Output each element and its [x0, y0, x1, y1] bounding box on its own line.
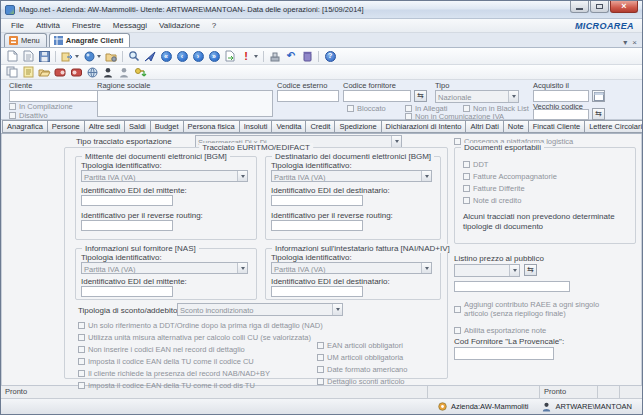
note-di-credito-checkbox[interactable]: Note di credito — [463, 196, 557, 205]
tab-persona-fisica[interactable]: Persona fisica — [183, 120, 240, 133]
tab-altre-sedi[interactable]: Altre sedi — [84, 120, 125, 133]
tab-credit[interactable]: Credit — [305, 120, 335, 133]
tab-vendita[interactable]: Vendita — [271, 120, 306, 133]
camera-red-icon[interactable] — [52, 65, 68, 79]
in-compilazione-checkbox[interactable]: In Compilazione — [9, 102, 73, 111]
user-gray-icon[interactable] — [116, 65, 132, 79]
opt-ean-tu-cu-checkbox[interactable]: Imposta il codice EAN della TU come il c… — [78, 357, 323, 366]
menu-help[interactable]: ? — [206, 21, 222, 30]
web-icon[interactable] — [84, 65, 100, 79]
listino-descrizione-input[interactable] — [454, 281, 570, 292]
send-icon[interactable] — [142, 49, 158, 63]
raee-checkbox[interactable]: Aggiungi contributo RAEE a ogni singolo … — [454, 300, 614, 318]
mittente-tipologia-select[interactable]: Partita IVA (VA) — [81, 170, 248, 182]
intestatario-edi-input[interactable] — [271, 286, 363, 297]
tab-close-button[interactable]: × — [632, 38, 637, 47]
camera-red2-icon[interactable] — [68, 65, 84, 79]
mittente-edi-input[interactable] — [81, 195, 173, 206]
user-dark-icon[interactable] — [100, 65, 116, 79]
opt-ean-obbligatori-checkbox[interactable]: EAN articoli obbligatori — [317, 341, 407, 350]
footer-utente[interactable]: ARTWARE\MANTOAN — [542, 402, 632, 412]
nav-first-icon[interactable]: « — [158, 49, 174, 63]
fatture-accompagnatorie-checkbox[interactable]: Fatture Accompagnatorie — [463, 172, 557, 181]
destinatario-tipologia-select[interactable]: Partita IVA (VA) — [271, 170, 432, 182]
tab-anagrafe-clienti[interactable]: Anagrafe Clienti — [49, 33, 131, 47]
save-icon[interactable] — [36, 49, 52, 63]
validate-icon[interactable]: ! — [238, 49, 254, 63]
tab-altri-dati[interactable]: Altri Dati — [465, 120, 503, 133]
ragione-sociale-input[interactable] — [97, 90, 273, 117]
listino-select[interactable] — [454, 264, 520, 277]
codice-fornitore-input[interactable] — [343, 90, 411, 102]
mittente-routing-input[interactable] — [81, 220, 173, 231]
goto-record-icon[interactable] — [222, 49, 238, 63]
open-folder-icon[interactable] — [36, 65, 52, 79]
new-from-template-icon[interactable] — [20, 49, 36, 63]
help-icon[interactable]: ? — [322, 49, 338, 63]
opt-dettaglio-sconti-checkbox[interactable]: Dettaglio sconti articolo — [317, 377, 407, 386]
bloccato-checkbox[interactable]: Bloccato — [347, 104, 386, 113]
abilita-esportazione-note-checkbox[interactable]: Abilita esportazione note — [454, 326, 546, 335]
non-comunicazione-iva-checkbox[interactable]: Non in Comunicazione IVA — [405, 112, 504, 121]
menu-validazione[interactable]: Validazione — [153, 21, 206, 30]
tab-menu[interactable]: Menu — [4, 33, 47, 47]
codice-fornitore-lookup-button[interactable]: ⇆ — [414, 90, 427, 102]
menu-file[interactable]: File — [5, 21, 30, 30]
destinatario-edi-input[interactable] — [271, 195, 363, 206]
tab-lettere-circolari[interactable]: Lettere Circolari — [584, 120, 643, 133]
tab-budget[interactable]: Budget — [150, 120, 184, 133]
disattivo-checkbox[interactable]: Disattivo — [9, 111, 48, 120]
fornitore-tipologia-select[interactable]: Partita IVA (VA) — [81, 262, 248, 274]
opt-ean-tu-coddis-checkbox[interactable]: Imposta il codice EAN della TU come il c… — [78, 381, 323, 390]
nav-last-icon[interactable]: » — [206, 49, 222, 63]
vecchio-codice-lookup-button[interactable]: ⇆ — [592, 108, 605, 120]
cod-fornitore-provencale-input[interactable] — [454, 347, 554, 360]
fatture-differite-checkbox[interactable]: Fatture Differite — [463, 184, 557, 193]
opt-um-alternativa-checkbox[interactable]: Utilizza unità misura alternativa per ca… — [78, 333, 323, 342]
fornitore-edi-input[interactable] — [81, 286, 173, 297]
tab-dichiarazioni[interactable]: Dichiarazioni di Intento — [381, 120, 467, 133]
export-icon[interactable] — [59, 49, 75, 63]
ddt-checkbox[interactable]: DDT — [463, 160, 557, 169]
opt-nab-nad-by-checkbox[interactable]: Il cliente richiede la presenza del reco… — [78, 369, 323, 378]
opt-um-obbligatoria-checkbox[interactable]: UM articoli obbligatoria — [317, 353, 407, 362]
search-data-icon[interactable] — [81, 49, 97, 63]
acquisito-il-input[interactable] — [533, 90, 589, 102]
tab-anagrafica[interactable]: Anagrafica — [2, 120, 48, 133]
intestatario-tipologia-select[interactable]: Partita IVA (VA) — [271, 262, 432, 274]
nav-next-icon[interactable]: › — [190, 49, 206, 63]
tab-insoluti[interactable]: Insoluti — [239, 120, 273, 133]
minimize-button[interactable] — [570, 1, 589, 13]
tipo-select[interactable]: Nazionale — [435, 90, 519, 103]
tab-note[interactable]: Note — [503, 120, 529, 133]
footer-azienda[interactable]: Azienda:AW-Mammoliti — [438, 402, 529, 411]
menu-attivita[interactable]: Attività — [30, 21, 66, 30]
tab-fincati-cliente[interactable]: Fincati Cliente — [528, 120, 586, 133]
tab-spedizione[interactable]: Spedizione — [334, 120, 381, 133]
copy-record-icon[interactable] — [4, 65, 20, 79]
print-icon[interactable] — [267, 49, 283, 63]
vecchio-codice-input[interactable] — [533, 109, 589, 120]
exit-key-icon[interactable] — [132, 65, 148, 79]
search-dropdown-icon[interactable] — [97, 55, 101, 58]
undo-icon[interactable]: ↶ — [283, 49, 299, 63]
opt-date-americano-checkbox[interactable]: Date formato americano — [317, 365, 407, 374]
new-document-icon[interactable] — [4, 49, 20, 63]
tab-persone[interactable]: Persone — [47, 120, 85, 133]
tab-list-dropdown[interactable]: ▾ — [623, 38, 627, 47]
validate-dropdown-icon[interactable] — [254, 55, 258, 58]
destinatario-routing-input[interactable] — [271, 220, 363, 231]
nav-prev-icon[interactable]: ‹ — [174, 49, 190, 63]
browse-settings-icon[interactable] — [103, 49, 119, 63]
listino-lookup-button[interactable]: ⇆ — [524, 264, 537, 276]
delete-record-icon[interactable] — [299, 49, 315, 63]
notes-icon[interactable] — [20, 65, 36, 79]
find-icon[interactable] — [126, 49, 142, 63]
sconto-select[interactable]: Sconto incondizionato — [177, 303, 343, 316]
codice-esterno-input[interactable] — [277, 90, 339, 102]
close-button[interactable]: × — [610, 1, 638, 13]
tab-saldi[interactable]: Saldi — [124, 120, 151, 133]
menu-messaggi[interactable]: Messaggi — [107, 21, 153, 30]
calendar-button[interactable] — [592, 90, 605, 102]
maximize-button[interactable] — [590, 1, 609, 13]
